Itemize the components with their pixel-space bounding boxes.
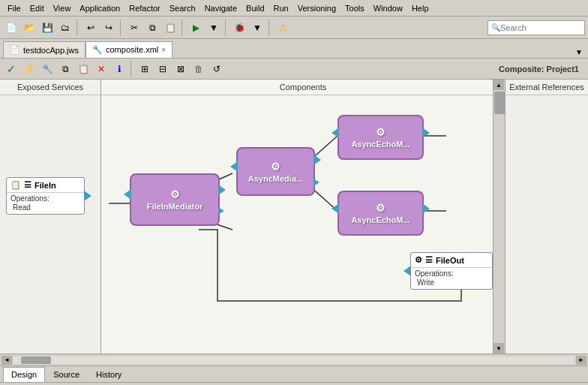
- asyncmedia-port-left[interactable]: [230, 161, 238, 172]
- asyncechoM1-icon: ⚙: [376, 126, 386, 138]
- asyncechoM2-port-right[interactable]: [422, 203, 430, 214]
- filein-service-box[interactable]: 📋 ☰ FileIn Operations: Read: [6, 177, 85, 215]
- tab-composite-close[interactable]: ×: [161, 46, 166, 54]
- save-all-button[interactable]: 🗂: [57, 20, 74, 36]
- redo-button[interactable]: ↪: [100, 20, 117, 36]
- menu-view[interactable]: View: [49, 2, 76, 14]
- undo2-button[interactable]: ↺: [208, 61, 225, 77]
- fileout-service-box[interactable]: ⚙ ☰ FileOut Operations: Write: [410, 252, 493, 290]
- menu-file[interactable]: File: [3, 2, 26, 14]
- fileinmediator-port-right-top[interactable]: [218, 185, 226, 195]
- menubar: File Edit View Application Refactor Sear…: [0, 0, 588, 17]
- menu-versioning[interactable]: Versioning: [293, 2, 340, 14]
- paste-button[interactable]: 📋: [162, 20, 178, 36]
- tab-composite-icon: 🔧: [92, 45, 103, 55]
- asyncechoM2-node[interactable]: ⚙ AsyncEchoM...: [338, 191, 424, 236]
- fileout-ops-label: Operations:: [415, 269, 488, 278]
- check-button[interactable]: ✓: [3, 61, 20, 77]
- undo-button[interactable]: ↩: [82, 20, 99, 36]
- cut-button[interactable]: ✂: [126, 20, 142, 36]
- fileout-header: ⚙ ☰ FileOut: [411, 253, 492, 268]
- open-button[interactable]: 📂: [21, 20, 38, 36]
- fileinmediator-port-left[interactable]: [124, 189, 131, 200]
- copy2-button[interactable]: ⧉: [57, 61, 74, 77]
- menu-run[interactable]: Run: [269, 2, 293, 14]
- scroll-right-button[interactable]: ►: [576, 356, 586, 365]
- copy-button[interactable]: ⧉: [144, 20, 160, 36]
- tab-composite-label: composite.xml: [106, 45, 158, 54]
- scroll-up-button[interactable]: ▲: [494, 80, 504, 90]
- menu-navigate[interactable]: Navigate: [200, 2, 242, 14]
- filein-menu-icon: ☰: [24, 180, 32, 190]
- separator-2: [120, 20, 123, 36]
- trash-button[interactable]: 🗑: [190, 61, 207, 77]
- menu-search[interactable]: Search: [165, 2, 200, 14]
- asyncmedia-port-right-bottom[interactable]: [314, 179, 320, 186]
- tabs-overflow-button[interactable]: ▼: [573, 46, 585, 58]
- search-icon: 🔍: [491, 23, 500, 32]
- filein-ops-label: Operations:: [10, 194, 80, 203]
- tab-testdoc[interactable]: 📄 testdocApp.jws: [3, 41, 86, 58]
- layout-button[interactable]: ⊞: [136, 61, 153, 77]
- vertical-scrollbar[interactable]: ▲ ▼: [493, 80, 505, 353]
- asyncechoM2-label: AsyncEchoM...: [351, 215, 410, 224]
- lightning-button[interactable]: ⚡: [21, 61, 38, 77]
- align-button[interactable]: ⊠: [172, 61, 189, 77]
- main-toolbar: 📄 📂 💾 🗂 ↩ ↪ ✂ ⧉ 📋 ▶ ▼ 🐞 ▼ ⚠ 🔍: [0, 17, 588, 39]
- info-button[interactable]: ℹ: [111, 61, 128, 77]
- new-button[interactable]: 📄: [3, 20, 20, 36]
- menu-help[interactable]: Help: [407, 2, 434, 14]
- tab-history[interactable]: History: [88, 367, 130, 382]
- asyncechoM1-node[interactable]: ⚙ AsyncEchoM...: [338, 115, 424, 160]
- asyncmedia-port-right-top[interactable]: [314, 155, 321, 165]
- paste2-button[interactable]: 📋: [75, 61, 92, 77]
- filein-op-read: Read: [10, 203, 80, 212]
- horizontal-scrollbar[interactable]: ◄ ►: [0, 353, 588, 365]
- fileout-op-write: Write: [415, 278, 488, 287]
- separator-3: [182, 20, 184, 36]
- menu-tools[interactable]: Tools: [340, 2, 369, 14]
- tab-composite[interactable]: 🔧 composite.xml ×: [86, 41, 172, 58]
- debug-dropdown[interactable]: ▼: [249, 20, 266, 36]
- fileout-port-left[interactable]: [404, 266, 411, 276]
- search-bar: 🔍: [488, 20, 585, 35]
- scroll-left-button[interactable]: ◄: [2, 356, 12, 365]
- warning-button[interactable]: ⚠: [274, 20, 291, 36]
- menu-window[interactable]: Window: [369, 2, 407, 14]
- save-button[interactable]: 💾: [39, 20, 56, 36]
- run-dropdown[interactable]: ▼: [206, 20, 222, 36]
- filein-port-right[interactable]: [84, 191, 92, 201]
- external-references-panel: External References: [506, 80, 588, 353]
- scroll-down-button[interactable]: ▼: [494, 343, 504, 353]
- debug-button[interactable]: 🐞: [231, 20, 248, 36]
- delete-button[interactable]: ✕: [93, 61, 110, 77]
- fileinmediator-label: FileInMediator: [147, 202, 203, 211]
- fileout-menu-icon: ☰: [425, 255, 433, 265]
- asyncechoM2-port-left[interactable]: [332, 203, 339, 214]
- asyncechoM1-port-left[interactable]: [332, 128, 339, 138]
- grid-button[interactable]: ⊟: [154, 61, 171, 77]
- asyncechoM1-port-right[interactable]: [422, 128, 430, 138]
- run-button[interactable]: ▶: [188, 20, 204, 36]
- hscroll-thumb[interactable]: [21, 356, 51, 364]
- scroll-thumb[interactable]: [494, 92, 505, 114]
- fileinmediator-node[interactable]: ⚙ FileInMediator: [130, 173, 220, 226]
- separator-6: [130, 61, 134, 77]
- components-panel: Components ⚙ FileInMediator: [101, 80, 506, 353]
- menu-build[interactable]: Build: [242, 2, 268, 14]
- menu-application[interactable]: Application: [75, 2, 124, 14]
- fileout-title: FileOut: [436, 256, 464, 265]
- search-input[interactable]: [500, 23, 581, 32]
- fileinmediator-port-right-bottom[interactable]: [218, 207, 224, 215]
- menu-refactor[interactable]: Refactor: [124, 2, 165, 14]
- fileout-icon: ⚙: [415, 255, 422, 265]
- separator-1: [76, 20, 80, 36]
- fileinmediator-icon: ⚙: [170, 188, 180, 200]
- asyncmedia-node[interactable]: ⚙ AsyncMedia...: [236, 147, 315, 196]
- menu-edit[interactable]: Edit: [26, 2, 49, 14]
- wrench-button[interactable]: 🔧: [39, 61, 56, 77]
- tab-design[interactable]: Design: [3, 367, 45, 382]
- asyncechoM2-icon: ⚙: [376, 202, 386, 214]
- tab-source[interactable]: Source: [45, 367, 88, 382]
- asyncmedia-label: AsyncMedia...: [248, 174, 303, 183]
